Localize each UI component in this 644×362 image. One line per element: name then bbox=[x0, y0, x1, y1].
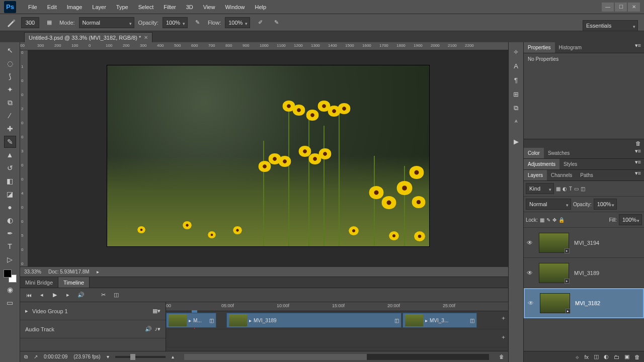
screenmode-icon[interactable]: ▭ bbox=[4, 297, 16, 309]
audio-mute-icon[interactable]: 🔊 bbox=[145, 326, 152, 332]
window-maximize-icon[interactable]: ☐ bbox=[615, 3, 627, 12]
crop-tool-icon[interactable]: ⧉ bbox=[4, 97, 16, 109]
play-icon[interactable]: ▶ bbox=[50, 291, 59, 300]
layer-row[interactable]: 👁▸MVI_3182 bbox=[524, 288, 644, 318]
new-adjustment-icon[interactable]: ◐ bbox=[604, 353, 609, 360]
path-selection-tool-icon[interactable]: ▷ bbox=[4, 253, 16, 265]
filter-type-icon[interactable]: T bbox=[569, 186, 572, 192]
layer-mask-icon[interactable]: ◫ bbox=[594, 353, 599, 360]
video-clip[interactable]: ▸MVI_3189◫ bbox=[226, 313, 401, 328]
eraser-tool-icon[interactable]: ◧ bbox=[4, 175, 16, 187]
lock-all-icon[interactable]: 🔒 bbox=[558, 217, 565, 223]
goto-first-frame-icon[interactable]: ⏮ bbox=[24, 291, 33, 300]
canvas-area[interactable] bbox=[28, 50, 508, 266]
tab-layers[interactable]: Layers bbox=[524, 170, 547, 180]
video-track-lane[interactable]: ▸M...◫▸MVI_3189◫▸MVI_3...◫ bbox=[166, 311, 508, 329]
gradient-tool-icon[interactable]: ◪ bbox=[4, 188, 16, 200]
trash-icon[interactable]: 🗑 bbox=[499, 354, 504, 359]
play-panel-icon[interactable]: ▶ bbox=[512, 137, 521, 146]
blend-mode-dropdown[interactable]: Normal bbox=[79, 17, 134, 28]
zoom-slider[interactable] bbox=[115, 356, 166, 358]
frame-anim-toggle-icon[interactable]: ⧉ bbox=[24, 354, 28, 360]
menu-file[interactable]: File bbox=[23, 0, 42, 14]
layer-fx-icon[interactable]: fx bbox=[584, 354, 589, 360]
status-flyout-icon[interactable]: ▸ bbox=[97, 269, 99, 275]
paragraph-panel-icon[interactable]: ¶ bbox=[512, 75, 521, 84]
eyedropper-tool-icon[interactable]: ⁄ bbox=[4, 110, 16, 122]
panel-menu-icon[interactable]: ▾≡ bbox=[632, 159, 644, 169]
panel-menu-icon[interactable]: ▾≡ bbox=[632, 170, 644, 180]
brush-tool-icon[interactable]: ✎ bbox=[4, 136, 16, 148]
panel-menu-icon[interactable]: ▾≡ bbox=[632, 148, 644, 158]
close-tab-icon[interactable]: ✕ bbox=[144, 33, 148, 42]
tab-mini-bridge[interactable]: Mini Bridge bbox=[20, 277, 58, 288]
clone-stamp-tool-icon[interactable]: ▲ bbox=[4, 149, 16, 161]
tab-styles[interactable]: Styles bbox=[559, 159, 581, 169]
tab-histogram[interactable]: Histogram bbox=[555, 42, 586, 53]
type-tool-icon[interactable]: T bbox=[4, 240, 16, 252]
new-group-icon[interactable]: 🗀 bbox=[614, 354, 619, 360]
brush-panel-icon[interactable]: ▦ bbox=[43, 18, 55, 28]
menu-view[interactable]: View bbox=[198, 0, 220, 14]
tab-properties[interactable]: Properties bbox=[524, 42, 555, 53]
zoom-out-icon[interactable]: ▾ bbox=[107, 354, 109, 359]
panel-icon-6[interactable]: ᴬ bbox=[512, 118, 521, 127]
layer-list[interactable]: 👁▸MVI_3194👁▸MVI_3189👁▸MVI_3182 bbox=[524, 228, 644, 351]
window-close-icon[interactable]: ✕ bbox=[628, 3, 640, 12]
tab-color[interactable]: Color bbox=[524, 148, 544, 158]
menu-filter[interactable]: Filter bbox=[158, 0, 181, 14]
add-audio-icon[interactable]: ＋ bbox=[501, 333, 506, 341]
audio-menu-icon[interactable]: ♪▾ bbox=[155, 326, 161, 332]
flow-field[interactable]: 100% bbox=[225, 17, 250, 28]
lock-pixels-icon[interactable]: ✎ bbox=[546, 217, 550, 223]
menu-layer[interactable]: Layer bbox=[87, 0, 111, 14]
visibility-icon[interactable]: 👁 bbox=[527, 269, 534, 277]
menu-type[interactable]: Type bbox=[111, 0, 133, 14]
menu-edit[interactable]: Edit bbox=[42, 0, 62, 14]
menu-help[interactable]: Help bbox=[250, 0, 272, 14]
prev-frame-icon[interactable]: ◂ bbox=[37, 291, 46, 300]
panel-icon-5[interactable]: ⧉ bbox=[512, 104, 521, 113]
tab-swatches[interactable]: Swatches bbox=[544, 148, 574, 158]
layer-opacity-field[interactable]: 100% bbox=[594, 199, 617, 210]
pen-tool-icon[interactable]: ✒ bbox=[4, 227, 16, 239]
split-clip-icon[interactable]: ✂ bbox=[99, 291, 108, 300]
workspace-dropdown[interactable]: Essentials bbox=[583, 20, 638, 31]
track-expand-icon[interactable]: ▸ bbox=[25, 308, 28, 314]
pressure-opacity-icon[interactable]: ✎ bbox=[192, 18, 204, 28]
panel-icon-4[interactable]: ⊞ bbox=[512, 89, 521, 99]
zoom-level[interactable]: 33.33% bbox=[24, 269, 41, 275]
audio-track-lane[interactable]: ＋ bbox=[166, 329, 508, 347]
timeline-scrollbar[interactable] bbox=[184, 354, 489, 360]
color-swatch[interactable] bbox=[4, 269, 17, 283]
blur-tool-icon[interactable]: ● bbox=[4, 201, 16, 213]
lock-transparent-icon[interactable]: ▦ bbox=[540, 217, 544, 223]
filter-pixel-icon[interactable]: ▦ bbox=[556, 186, 560, 192]
character-panel-icon[interactable]: A bbox=[512, 61, 521, 70]
link-layers-icon[interactable]: ⟐ bbox=[576, 354, 579, 360]
delete-layer-icon[interactable]: 🗑 bbox=[634, 354, 640, 360]
zoom-in-icon[interactable]: ▴ bbox=[172, 354, 174, 359]
properties-trash-icon[interactable]: 🗑 bbox=[635, 140, 641, 146]
menu-image[interactable]: Image bbox=[62, 0, 88, 14]
history-brush-tool-icon[interactable]: ↺ bbox=[4, 162, 16, 174]
lasso-tool-icon[interactable]: ⟆ bbox=[4, 70, 16, 82]
filter-shape-icon[interactable]: ▭ bbox=[574, 186, 579, 192]
menu-3d[interactable]: 3D bbox=[181, 0, 198, 14]
airbrush-icon[interactable]: ✐ bbox=[254, 18, 266, 28]
pressure-size-icon[interactable]: ✎ bbox=[270, 18, 282, 28]
timeline-ruler[interactable]: 0005:00f10:00f15:00f20:00f25:00f bbox=[166, 302, 508, 311]
panel-icon-1[interactable]: ✧ bbox=[512, 47, 521, 56]
healing-brush-tool-icon[interactable]: ✚ bbox=[4, 123, 16, 135]
next-frame-icon[interactable]: ▸ bbox=[63, 291, 72, 300]
layer-filter-kind[interactable]: Kind bbox=[526, 183, 554, 194]
video-clip[interactable]: ▸M...◫ bbox=[166, 313, 216, 328]
document-tab[interactable]: Untitled-3.psd @ 33.3% (MVI_3182, RGB/8)… bbox=[24, 32, 152, 42]
transition-icon[interactable]: ◫ bbox=[112, 291, 121, 300]
visibility-icon[interactable]: 👁 bbox=[527, 239, 534, 246]
lock-position-icon[interactable]: ✥ bbox=[552, 217, 556, 223]
opacity-field[interactable]: 100% bbox=[163, 17, 188, 28]
add-media-icon[interactable]: ＋ bbox=[501, 314, 506, 322]
menu-window[interactable]: Window bbox=[220, 0, 250, 14]
video-clip[interactable]: ▸MVI_3...◫ bbox=[403, 313, 477, 328]
